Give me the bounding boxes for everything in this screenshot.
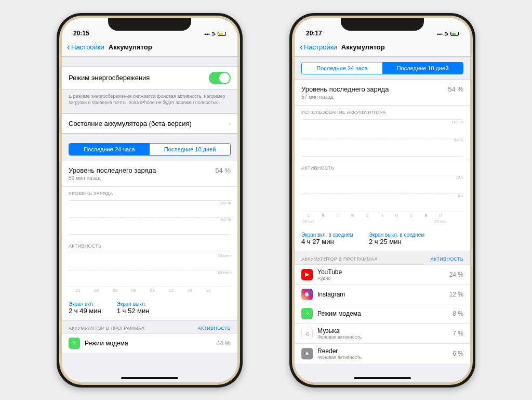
notch [108, 18, 191, 31]
segmented-control[interactable]: Последние 24 часа Последние 10 дней [301, 62, 463, 74]
apps-header: АККУМУЛЯТОР В ПРОГРАММАХ АКТИВНОСТЬ [62, 320, 237, 333]
seg-24h[interactable]: Последние 24 часа [302, 62, 382, 74]
activity-label: АКТИВНОСТЬ [295, 161, 470, 173]
screen-time: Экран вкл. в среднем 4 ч 27 мин Экран вы… [295, 228, 470, 251]
app-row[interactable]: ◉Instagram12 % [295, 285, 470, 304]
nav-bar: ‹ Настройки Аккумулятор [295, 38, 470, 57]
battery-icon [218, 32, 226, 36]
app-pct: 6 % [453, 350, 463, 357]
screen-time: Экран вкл. 2 ч 49 мин Экран выкл. 1 ч 52… [62, 297, 237, 320]
status-icons: ▪▪▫ ⚞ [437, 31, 459, 37]
hotspot-icon: ⁘ [69, 338, 80, 349]
app-pct: 8 % [453, 310, 463, 317]
screen-left: 20:15 ▪▪▫ ⚞ ‹ Настройки Аккумулятор Режи… [62, 18, 237, 382]
app-icon: ★ [301, 348, 313, 359]
low-power-note: В режиме энергосбережения снижается фоно… [62, 90, 237, 113]
apps-list: ▶YouTubeАудио24 %◉Instagram12 %⁘Режим мо… [295, 264, 470, 364]
content[interactable]: Режим энергосбережения В режиме энергосб… [62, 57, 237, 382]
screen-right: 20:17 ▪▪▫ ⚞ ‹ Настройки Аккумулятор Посл… [295, 18, 470, 382]
battery-level-chart: 100 % 50 % [62, 198, 237, 239]
battery-usage-label: ИСПОЛЬЗОВАНИЕ АККУМУЛЯТОРА [295, 105, 470, 117]
page-title: Аккумулятор [341, 43, 385, 51]
phone-right: 20:17 ▪▪▫ ⚞ ‹ Настройки Аккумулятор Посл… [289, 13, 475, 388]
wifi-icon: ⚞ [444, 31, 449, 37]
last-charge-pct: 54 % [448, 85, 463, 93]
seg-10d[interactable]: Последние 10 дней [382, 62, 463, 74]
last-charge-sub: 57 мин назад [301, 94, 389, 100]
last-charge-title: Уровень последнего заряда [301, 85, 389, 93]
screen-off-avg-value: 2 ч 25 мин [369, 238, 424, 246]
app-icon: ◉ [301, 289, 313, 300]
battery-health-cell[interactable]: Состояние аккумулятора (бета-версия) › [62, 113, 237, 134]
activity-chart: 60 мин 30 мин 2100030609121518 [62, 251, 237, 297]
signal-icon: ▪▪▫ [437, 31, 443, 37]
apps-header: АККУМУЛЯТОР В ПРОГРАММАХ АКТИВНОСТЬ [295, 251, 470, 264]
segmented-control[interactable]: Последние 24 часа Последние 10 дней [69, 143, 231, 156]
phone-left: 20:15 ▪▪▫ ⚞ ‹ Настройки Аккумулятор Режи… [57, 13, 243, 388]
x-labels: 2100030609121518 [69, 287, 231, 293]
status-time: 20:17 [306, 30, 322, 37]
low-power-toggle[interactable] [209, 72, 231, 84]
low-power-mode-cell[interactable]: Режим энергосбережения [62, 66, 237, 90]
seg-24h[interactable]: Последние 24 часа [69, 144, 150, 155]
app-name: Режим модема [85, 340, 217, 347]
app-pct: 44 % [217, 340, 231, 347]
last-charge-pct: 54 % [215, 166, 231, 174]
app-row[interactable]: ⁘ Режим модема 44 % [62, 333, 237, 353]
app-name: YouTube [317, 268, 449, 276]
app-row[interactable]: ★ReederФоновая активность6 % [295, 343, 470, 364]
app-name: Режим модема [317, 310, 453, 317]
app-row[interactable]: ▶YouTubeАудио24 % [295, 264, 470, 285]
low-power-label: Режим энергосбережения [69, 74, 150, 82]
signal-icon: ▪▪▫ [204, 31, 210, 37]
back-button[interactable]: ‹ Настройки [67, 42, 104, 53]
content[interactable]: Последние 24 часа Последние 10 дней Уров… [295, 57, 470, 382]
app-icon: ⁘ [301, 308, 313, 319]
screen-off-label: Экран выкл. [117, 301, 150, 307]
activity-bars [301, 175, 448, 212]
app-pct: 24 % [449, 271, 463, 278]
battery-health-label: Состояние аккумулятора (бета-версия) [69, 120, 192, 127]
screen-on-label: Экран вкл. [69, 301, 101, 307]
app-sub: Фоновая активность [317, 355, 453, 360]
status-icons: ▪▪▫ ⚞ [204, 31, 226, 37]
status-time: 20:15 [73, 30, 89, 37]
screen-off-value: 1 ч 52 мин [117, 307, 150, 315]
x-date-labels: 20 окт.29 окт. [301, 218, 463, 224]
battery-icon [450, 32, 459, 36]
app-row[interactable]: ⁘Режим модема8 % [295, 304, 470, 323]
activity-label: АКТИВНОСТЬ [62, 239, 237, 251]
battery-usage-bars [301, 120, 448, 156]
seg-10d[interactable]: Последние 10 дней [150, 144, 230, 155]
app-icon: ▶ [301, 269, 313, 280]
nav-bar: ‹ Настройки Аккумулятор [62, 38, 237, 57]
home-indicator[interactable] [354, 377, 411, 379]
battery-usage-chart: 100 % 50 % [295, 117, 470, 161]
app-row[interactable]: ♫МузыкаФоновая активность7 % [295, 323, 470, 343]
chevron-left-icon: ‹ [67, 42, 70, 53]
home-indicator[interactable] [121, 377, 178, 379]
app-pct: 7 % [453, 330, 463, 337]
app-sub: Аудио [317, 276, 449, 281]
app-pct: 12 % [449, 291, 463, 298]
activity-link[interactable]: АКТИВНОСТЬ [431, 256, 463, 262]
app-name: Reeder [317, 347, 453, 355]
last-charge: Уровень последнего заряда 56 мин назад 5… [62, 161, 237, 186]
screen-on-avg-value: 4 ч 27 мин [301, 238, 353, 246]
x-labels: СВПВСЧПСВП [301, 212, 463, 218]
last-charge-sub: 56 мин назад [69, 175, 156, 181]
battery-level-label: УРОВЕНЬ ЗАРЯДА [62, 186, 237, 198]
activity-bars [69, 253, 215, 287]
battery-level-bars [69, 201, 216, 234]
back-button[interactable]: ‹ Настройки [300, 42, 337, 53]
screen-on-avg-label: Экран вкл. в среднем [301, 232, 353, 238]
app-icon: ♫ [301, 328, 313, 339]
activity-chart: 12 ч 6 ч СВПВСЧПСВП 20 окт.29 окт. [295, 173, 470, 228]
screen-off-avg-label: Экран выкл. в среднем [369, 232, 424, 238]
last-charge-title: Уровень последнего заряда [69, 166, 156, 174]
wifi-icon: ⚞ [211, 31, 216, 37]
screen-on-value: 2 ч 49 мин [69, 307, 101, 315]
activity-link[interactable]: АКТИВНОСТЬ [198, 326, 231, 331]
app-name: Музыка [317, 327, 453, 334]
chevron-right-icon: › [228, 119, 231, 128]
